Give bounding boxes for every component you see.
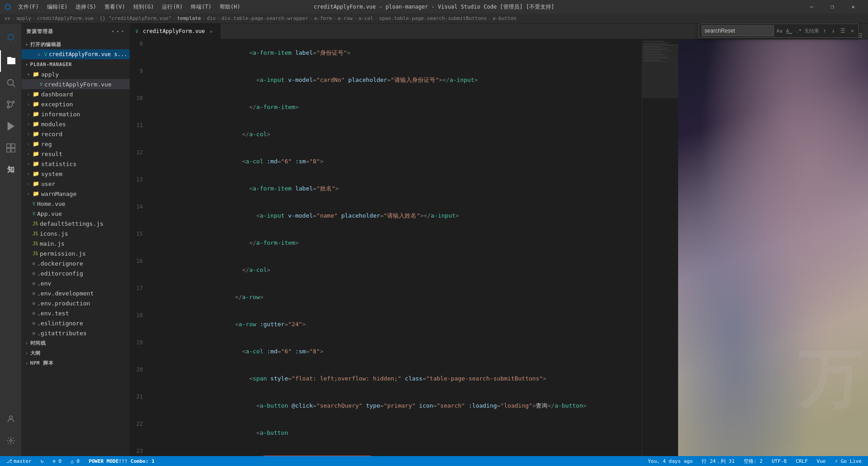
open-editors-header[interactable]: ▾ 打开的编辑器 <box>22 39 130 49</box>
code-content-11[interactable]: </a-col> <box>148 121 642 148</box>
search-next-button[interactable]: ↓ <box>830 27 837 35</box>
minimize-button[interactable]: — <box>801 0 822 14</box>
menu-goto[interactable]: 转到(G) <box>130 2 158 12</box>
search-input[interactable] <box>702 25 774 36</box>
activity-explorer[interactable] <box>0 50 22 72</box>
tree-folder-dashboard[interactable]: › 📁 dashboard <box>22 89 130 99</box>
tree-file-eslintignore[interactable]: ⚙ .eslintignore <box>22 318 130 328</box>
search-collapse-button[interactable]: ☰ <box>839 27 847 35</box>
code-content-15[interactable]: </a-form-item> <box>148 229 642 257</box>
tree-file-icons[interactable]: JS icons.js <box>22 228 130 238</box>
close-file-icon[interactable]: ✕ <box>35 52 42 57</box>
activity-settings[interactable] <box>0 430 22 452</box>
tree-folder-reg[interactable]: › 📁 reg <box>22 139 130 149</box>
tree-file-defaultsettings[interactable]: JS defaultSettings.js <box>22 219 130 228</box>
tree-file-permission[interactable]: JS permission.js <box>22 248 130 258</box>
status-go-live[interactable]: ⚡ Go Live <box>833 456 863 466</box>
search-regex-icon[interactable]: .* <box>795 28 802 34</box>
menu-file[interactable]: 文件(F) <box>14 2 42 12</box>
bc-abutton[interactable]: a-button <box>492 15 516 21</box>
activity-run[interactable] <box>0 115 22 137</box>
status-indentation[interactable]: 空格: 2 <box>742 456 764 466</box>
code-content-13[interactable]: <a-form-item label="姓名"> <box>148 175 642 202</box>
bc-apply[interactable]: apply <box>16 15 31 21</box>
code-content-8[interactable]: <a-form-item label="身份证号"> <box>148 39 642 67</box>
bc-span[interactable]: span.table-page-search-submitButtons <box>379 15 486 21</box>
tree-file-env[interactable]: ⚙ .env <box>22 278 130 288</box>
status-warnings[interactable]: △ 0 <box>69 456 81 466</box>
code-content-20[interactable]: <span style="float: left;overflow: hidde… <box>148 365 642 392</box>
activity-vscode-icon[interactable]: ⬡ <box>0 26 22 48</box>
tree-folder-exception[interactable]: › 📁 exception <box>22 99 130 109</box>
search-close-button[interactable]: ✕ <box>849 27 856 35</box>
tab-close-button[interactable]: ✕ <box>208 28 215 35</box>
code-editor[interactable]: 8 <a-form-item label="身份证号"> 9 <a-input … <box>130 39 642 456</box>
code-content-19[interactable]: <a-col :md="6" :sm="8"> <box>148 338 642 365</box>
tree-file-dockerignore[interactable]: ⚙ .dockerignore <box>22 258 130 268</box>
tree-folder-warnmanage[interactable]: › 📁 warnManage <box>22 189 130 199</box>
tree-file-env-test[interactable]: ⚙ .env.test <box>22 308 130 318</box>
bc-aform[interactable]: a-form <box>314 15 332 21</box>
code-content-12[interactable]: <a-col :md="6" :sm="8"> <box>148 148 642 175</box>
status-sync[interactable]: ↻ <box>39 456 46 466</box>
timeline-header[interactable]: › 时间线 <box>22 338 130 348</box>
bc-div[interactable]: div <box>207 15 216 21</box>
status-branch[interactable]: ⎇ master <box>5 456 33 466</box>
tree-file-editorconfig[interactable]: ⚙ .editorconfig <box>22 268 130 278</box>
menu-view[interactable]: 查看(V) <box>101 2 129 12</box>
tree-file-app[interactable]: V App.vue <box>22 209 130 219</box>
menu-select[interactable]: 选择(S) <box>72 2 100 12</box>
explorer-header[interactable]: ▾ PLOAN-MANAGER <box>22 59 130 69</box>
tree-file-env-prod[interactable]: ⚙ .env.production <box>22 298 130 308</box>
tree-file-home[interactable]: V Home.vue <box>22 199 130 209</box>
activity-knowledge[interactable]: 知 <box>0 159 22 181</box>
tree-file-creditapplyform[interactable]: V creditApplyForm.vue <box>22 79 130 89</box>
status-line-ending[interactable]: CRLF <box>794 456 810 466</box>
code-content-22[interactable]: <a-button <box>148 419 642 447</box>
menu-terminal[interactable]: 终端(T) <box>187 2 215 12</box>
maximize-button[interactable]: ❐ <box>822 0 843 14</box>
tab-creditapplyform[interactable]: V creditApplyForm.vue ✕ <box>130 24 221 39</box>
code-content-23[interactable]: @click="getPdf('个人征信报告')" <box>148 447 642 456</box>
status-errors[interactable]: ⊘ 0 <box>51 456 63 466</box>
status-encoding[interactable]: UTF-8 <box>770 456 788 466</box>
bc-acol[interactable]: a-col <box>359 15 373 21</box>
search-case-icon[interactable]: Aa <box>776 28 783 34</box>
activity-account[interactable] <box>0 408 22 430</box>
tree-file-gitattributes[interactable]: ⚙ .gitattributes <box>22 328 130 338</box>
tree-folder-user[interactable]: › 📁 user <box>22 179 130 189</box>
activity-search[interactable] <box>0 72 22 94</box>
tree-file-main[interactable]: JS main.js <box>22 238 130 248</box>
menu-help[interactable]: 帮助(H) <box>216 2 244 12</box>
bc-vs[interactable]: vs <box>5 15 10 21</box>
tree-folder-result[interactable]: › 📁 result <box>22 149 130 159</box>
activity-extensions[interactable] <box>0 137 22 159</box>
status-language[interactable]: Vue <box>815 456 828 466</box>
npm-scripts-header[interactable]: › NPM 脚本 <box>22 358 130 368</box>
code-content-17[interactable]: </a-row> <box>148 284 642 311</box>
bc-arow[interactable]: a-row <box>338 15 353 21</box>
code-content-18[interactable]: <a-row :gutter="24"> <box>148 311 642 338</box>
bc-template[interactable]: template <box>177 15 201 21</box>
menu-edit[interactable]: 编辑(E) <box>43 2 71 12</box>
open-file-creditapplyform[interactable]: ✕ V creditApplyForm.vue s... <box>22 49 130 59</box>
code-content-9[interactable]: <a-input v-model="cardNo" placeholder="请… <box>148 67 642 94</box>
menu-run[interactable]: 运行(R) <box>158 2 186 12</box>
tree-folder-information[interactable]: › 📁 information <box>22 109 130 119</box>
tree-folder-statistics[interactable]: › 📁 statistics <box>22 159 130 169</box>
tree-file-env-dev[interactable]: ⚙ .env.development <box>22 288 130 298</box>
activity-git[interactable] <box>0 94 22 115</box>
search-word-icon[interactable]: A̲ <box>785 28 793 34</box>
bc-div2[interactable]: div.table-page-search-wrapper <box>222 15 308 21</box>
close-button[interactable]: ✕ <box>843 0 863 14</box>
status-git-blame[interactable]: You, 4 days ago <box>646 456 694 466</box>
outline-header[interactable]: › 大纲 <box>22 348 130 358</box>
tree-folder-system[interactable]: › 📁 system <box>22 169 130 179</box>
tree-folder-record[interactable]: › 📁 record <box>22 129 130 139</box>
tree-folder-apply[interactable]: ▾ 📁 apply <box>22 69 130 79</box>
status-cursor-position[interactable]: 行 24，列 31 <box>700 456 736 466</box>
sidebar-menu-dots[interactable]: ··· <box>111 27 125 36</box>
code-content-10[interactable]: </a-form-item> <box>148 94 642 121</box>
code-content-14[interactable]: <a-input v-model="name" placeholder="请输入… <box>148 202 642 229</box>
search-prev-button[interactable]: ↑ <box>821 27 828 35</box>
